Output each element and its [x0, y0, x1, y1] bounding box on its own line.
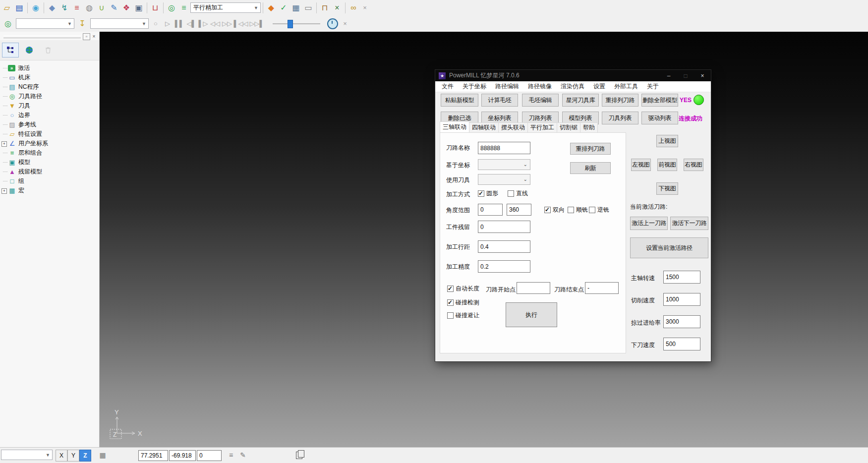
- coord-x-input[interactable]: [138, 450, 168, 461]
- verify-icon[interactable]: ✓: [278, 1, 289, 14]
- step-back-icon[interactable]: ◁▌: [186, 17, 196, 30]
- bidirectional-checkbox[interactable]: 双向: [544, 206, 565, 214]
- menu-render-sim[interactable]: 渲染仿真: [556, 82, 589, 91]
- mode-line-checkbox[interactable]: 直线: [508, 189, 528, 198]
- checkbox-icon[interactable]: [447, 312, 454, 319]
- play-icon[interactable]: ▷: [163, 17, 173, 30]
- menu-settings[interactable]: 设置: [589, 82, 610, 91]
- tree-item-nc-program[interactable]: ▤NC程序: [0, 82, 99, 92]
- tool-wizard-icon[interactable]: ◆: [265, 1, 277, 14]
- block-icon[interactable]: ◆: [46, 1, 58, 14]
- swap-icon[interactable]: ×: [331, 1, 343, 14]
- start-point-input[interactable]: [517, 282, 550, 294]
- pause-icon[interactable]: ▌▌: [174, 17, 184, 30]
- tool-holder-icon[interactable]: ⊔: [149, 1, 161, 14]
- calculator-icon[interactable]: ▦: [290, 1, 302, 14]
- tab-saw[interactable]: 切割锯: [557, 122, 580, 132]
- checkbox-icon[interactable]: [589, 207, 595, 213]
- slider-handle[interactable]: [288, 20, 293, 28]
- print-plot-icon[interactable]: ◉: [30, 1, 42, 14]
- expand-icon[interactable]: [1, 141, 7, 147]
- toolpath-icon[interactable]: ◎: [166, 1, 177, 14]
- binoculars-icon[interactable]: ∞: [347, 1, 359, 14]
- menu-file[interactable]: 文件: [437, 82, 458, 91]
- view-front-button[interactable]: 前视图: [657, 159, 677, 171]
- auto-length-checkbox[interactable]: 自动长度: [447, 285, 479, 293]
- tool-library-button[interactable]: 星河刀具库: [562, 94, 599, 107]
- view-right-button[interactable]: 右视图: [684, 159, 703, 171]
- checkbox-icon[interactable]: [568, 207, 574, 213]
- end-point-input[interactable]: [585, 282, 619, 294]
- angle-to-input[interactable]: [507, 204, 531, 216]
- tab-help[interactable]: 帮助: [580, 122, 598, 132]
- menu-path-mirror[interactable]: 路径镜像: [523, 82, 556, 91]
- climb-mill-checkbox[interactable]: 顺铣: [568, 206, 588, 214]
- boundary-icon[interactable]: ∪: [96, 1, 108, 14]
- tool-dropdown[interactable]: ▼: [90, 18, 149, 29]
- base-coord-dropdown[interactable]: ⌄: [478, 159, 530, 170]
- mode-circle-checkbox[interactable]: 圆形: [478, 189, 498, 198]
- collision-avoid-checkbox[interactable]: 碰撞避让: [447, 311, 479, 320]
- menu-path-edit[interactable]: 路径编辑: [491, 82, 523, 91]
- tree-item-boundaries[interactable]: ○边界: [0, 111, 99, 120]
- ball-tool-icon[interactable]: ◍: [83, 1, 95, 14]
- menu-about-coords[interactable]: 关于坐标: [458, 82, 491, 91]
- activate-next-toolpath-button[interactable]: 激活下一刀路: [670, 217, 708, 230]
- statusbar-dropdown[interactable]: ▼: [1, 450, 53, 460]
- menu-about[interactable]: 关于: [642, 82, 663, 91]
- toolpath-dropdown[interactable]: ▼: [16, 18, 74, 29]
- pattern-icon[interactable]: ✎: [108, 1, 120, 14]
- use-tool-dropdown[interactable]: ⌄: [478, 174, 530, 185]
- checkbox-checked-icon[interactable]: [544, 207, 551, 213]
- panel-float-icon[interactable]: ▫: [83, 33, 90, 40]
- go-end-icon[interactable]: ▷▷▌: [250, 17, 264, 30]
- fast-forward-icon[interactable]: ▷▷: [222, 17, 232, 30]
- rapid-move-icon[interactable]: ↯: [58, 1, 70, 14]
- tree-item-tools[interactable]: ▼刀具: [0, 101, 99, 111]
- toolbar-close-icon[interactable]: ×: [340, 17, 350, 30]
- checkbox-checked-icon[interactable]: [478, 190, 484, 197]
- stepover-input[interactable]: [478, 240, 530, 253]
- tree-item-machine-tool[interactable]: ▭机床: [0, 73, 99, 82]
- execute-button[interactable]: 执行: [506, 302, 557, 327]
- list-options-icon[interactable]: ≡: [226, 450, 236, 461]
- strategy-list-icon[interactable]: ≡: [178, 1, 190, 14]
- tab-3axis[interactable]: 三轴联动: [440, 121, 469, 132]
- skim-feed-input[interactable]: [663, 315, 700, 328]
- checkbox-checked-icon[interactable]: [447, 286, 454, 292]
- tolerance-input[interactable]: [478, 260, 530, 273]
- toolbar-close-icon[interactable]: ×: [360, 1, 370, 14]
- tool-adjust-icon[interactable]: ⊓: [319, 1, 331, 14]
- activate-prev-toolpath-button[interactable]: 激活上一刀路: [630, 217, 668, 230]
- tree-item-macros[interactable]: ▦宏: [0, 186, 99, 195]
- drilling-icon[interactable]: ≡: [71, 1, 83, 14]
- calc-block-button[interactable]: 计算毛坯: [481, 94, 518, 107]
- angle-from-input[interactable]: [478, 204, 503, 216]
- rearrange-toolpaths-button[interactable]: 重排列刀路: [602, 94, 638, 107]
- toolpath-icon[interactable]: ◎: [2, 17, 14, 30]
- tab-tilt-head[interactable]: 摆头联动: [498, 122, 528, 132]
- set-active-path-button[interactable]: 设置当前激活路径: [630, 237, 708, 258]
- coord-y-input[interactable]: [169, 450, 196, 461]
- panel-close-icon[interactable]: ×: [90, 33, 98, 40]
- dialog-titlebar[interactable]: ★ PowerMILL 忆梦星河 7.0.6 – □ ×: [435, 70, 711, 81]
- points-icon[interactable]: ❖: [120, 1, 132, 14]
- axis-z-toggle[interactable]: Z: [79, 450, 91, 462]
- tree-item-toolpaths[interactable]: ◎刀具路径: [0, 92, 99, 101]
- toolpath-name-input[interactable]: [478, 142, 530, 154]
- tree-item-groups[interactable]: □组: [0, 176, 99, 186]
- spindle-speed-input[interactable]: [663, 271, 700, 284]
- cutting-feed-input[interactable]: [663, 293, 700, 306]
- close-button[interactable]: ×: [694, 70, 711, 81]
- grid-icon[interactable]: ▦: [97, 450, 108, 461]
- tree-item-models[interactable]: ▣模型: [0, 158, 99, 167]
- drive-list-button[interactable]: 驱动列表: [641, 112, 678, 124]
- plunge-feed-input[interactable]: [663, 338, 700, 350]
- checkbox-icon[interactable]: [508, 190, 514, 197]
- step-forward-icon[interactable]: ▌▷: [198, 17, 208, 30]
- coord-z-input[interactable]: [197, 450, 222, 461]
- panel-grip[interactable]: [3, 35, 81, 38]
- bulb-icon[interactable]: ○: [151, 17, 161, 30]
- simulation-speed-slider[interactable]: [273, 19, 320, 28]
- paste-new-model-button[interactable]: 粘贴新模型: [441, 94, 478, 107]
